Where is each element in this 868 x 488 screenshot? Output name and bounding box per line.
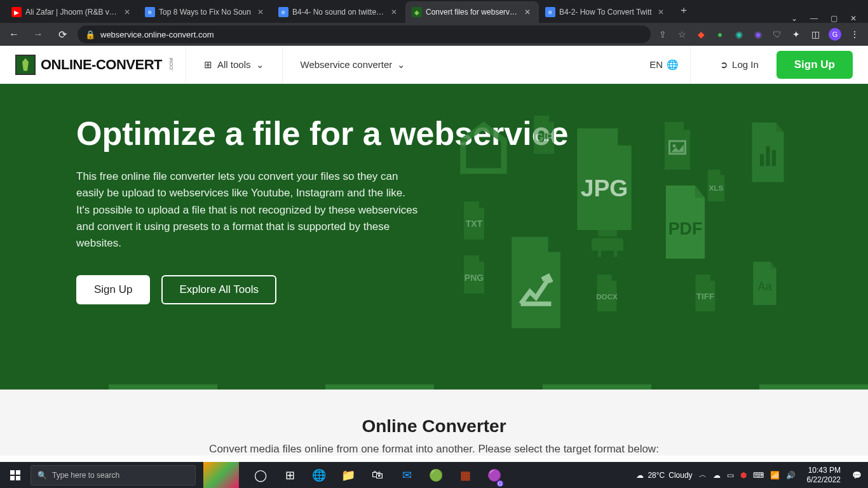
cortana-icon[interactable]: ◯: [247, 462, 275, 488]
ext-teal-icon[interactable]: ◉: [733, 29, 745, 40]
hero-icons: GIF JPG TXT XLS PDF: [436, 103, 817, 370]
profile-icon[interactable]: G: [829, 28, 841, 41]
svg-text:Aa: Aa: [757, 280, 772, 293]
tab-title: B4-4- No sound on twitter vi: [292, 8, 385, 17]
svg-text:JPG: JPG: [581, 175, 628, 201]
extensions-icon[interactable]: ✦: [790, 29, 802, 40]
color-divider: [0, 384, 868, 390]
lang-label: EN: [649, 59, 663, 70]
tab-title: Convert files for webservices: [426, 8, 519, 17]
shield-icon[interactable]: 🛡: [771, 29, 783, 40]
office-icon[interactable]: ▦: [451, 462, 479, 488]
tab-title: B4-2- How To Convert Twitt: [559, 8, 652, 17]
browser-titlebar: ▶ Ali Zafar | Jhoom (R&B versi ✕ ≡ Top 8…: [0, 0, 868, 23]
forward-button[interactable]: →: [29, 25, 47, 43]
sidepanel-icon[interactable]: ◫: [810, 29, 821, 40]
weather-widget[interactable]: ☁ 28°C Cloudy: [636, 471, 692, 480]
svg-rect-17: [16, 476, 20, 480]
reload-button[interactable]: ⟳: [53, 25, 71, 43]
docs-icon: ≡: [545, 7, 555, 17]
share-icon[interactable]: ⇪: [657, 29, 668, 40]
taskbar-search[interactable]: 🔍 Type here to search: [31, 465, 196, 485]
meet-icon[interactable]: ▭: [727, 471, 734, 480]
extension-icons: ⇪ ☆ ◆ ● ◉ ◉ 🛡 ✦ ◫ G ⋮: [657, 28, 863, 41]
ext-green-icon[interactable]: ●: [714, 29, 726, 40]
minimize-icon[interactable]: ―: [810, 14, 818, 23]
close-icon[interactable]: ✕: [656, 7, 666, 17]
ext-purple-icon[interactable]: ◉: [752, 29, 764, 40]
file-analytics-icon: [499, 236, 573, 329]
new-tab-button[interactable]: ＋: [675, 1, 693, 19]
close-window-icon[interactable]: ✕: [850, 14, 857, 23]
file-docx-icon: DOCX: [592, 274, 622, 311]
keyboard-icon[interactable]: ⌨: [753, 471, 764, 480]
tab-0[interactable]: ▶ Ali Zafar | Jhoom (R&B versi ✕: [5, 1, 139, 23]
svg-text:TIFF: TIFF: [696, 292, 715, 301]
clock[interactable]: 10:43 PM 6/22/2022: [802, 466, 846, 484]
svg-text:TXT: TXT: [466, 219, 483, 229]
close-icon[interactable]: ✕: [389, 7, 399, 17]
chevron-down-icon[interactable]: ⌄: [791, 14, 797, 23]
hero-signup-button[interactable]: Sign Up: [76, 275, 150, 304]
taskbar-widget-icon[interactable]: [203, 462, 239, 488]
maximize-icon[interactable]: ▢: [831, 14, 837, 23]
bookmark-icon[interactable]: ☆: [676, 29, 688, 40]
signup-button[interactable]: Sign Up: [776, 51, 853, 79]
file-font-icon: Aa: [747, 262, 782, 305]
online-convert-icon: ◆: [412, 7, 422, 17]
explorer-icon[interactable]: 📁: [334, 462, 362, 488]
chrome2-icon[interactable]: 🟣G: [480, 462, 508, 488]
tab-1[interactable]: ≡ Top 8 Ways to Fix No Soun ✕: [139, 1, 272, 23]
ext-red-icon[interactable]: ◆: [695, 29, 707, 40]
divider: [186, 46, 186, 84]
nav-webservice[interactable]: Webservice converter ⌄: [294, 59, 412, 71]
tab-3[interactable]: ◆ Convert files for webservices ✕: [405, 1, 539, 23]
omnibox[interactable]: 🔒 webservice.online-convert.com: [78, 25, 651, 43]
taskbar: 🔍 Type here to search ◯ ⊞ 🌐 📁 🛍 ✉ 🟢 ▦ 🟣G…: [0, 462, 868, 488]
notifications-icon[interactable]: 💬: [852, 471, 862, 480]
back-button[interactable]: ←: [5, 25, 23, 43]
security-icon[interactable]: ⬢: [740, 471, 747, 480]
mail-icon[interactable]: ✉: [393, 462, 421, 488]
tab-4[interactable]: ≡ B4-2- How To Convert Twitt ✕: [539, 1, 672, 23]
hero-explore-button[interactable]: Explore All Tools: [161, 275, 276, 304]
close-icon[interactable]: ✕: [255, 7, 266, 17]
login-icon: ➲: [720, 59, 728, 71]
chrome-icon[interactable]: 🟢: [422, 462, 450, 488]
section-body: Convert media files online from one form…: [0, 443, 868, 456]
svg-text:PNG: PNG: [465, 273, 484, 283]
start-button[interactable]: [0, 462, 31, 488]
site-logo[interactable]: ONLINE-CONVERT .COM: [15, 55, 174, 75]
lock-icon: 🔒: [85, 30, 95, 39]
store-icon[interactable]: 🛍: [363, 462, 391, 488]
login-link[interactable]: ➲ Log In: [720, 59, 759, 71]
svg-rect-16: [10, 476, 15, 480]
file-png-icon: PNG: [458, 255, 490, 294]
language-selector[interactable]: EN 🌐: [649, 59, 679, 71]
svg-text:PDF: PDF: [668, 219, 703, 238]
docs-icon: ≡: [278, 7, 288, 17]
chevron-up-icon[interactable]: ︿: [699, 470, 707, 480]
file-txt-icon: TXT: [458, 201, 490, 240]
volume-icon[interactable]: 🔊: [786, 471, 796, 480]
onedrive-icon[interactable]: ☁: [713, 471, 721, 480]
taskview-icon[interactable]: ⊞: [276, 462, 304, 488]
taskbar-pinned: ◯ ⊞ 🌐 📁 🛍 ✉ 🟢 ▦ 🟣G: [247, 462, 508, 488]
nav-all-tools[interactable]: ⊞ All tools ⌄: [198, 59, 271, 71]
file-chart-icon: [744, 122, 792, 182]
close-icon[interactable]: ✕: [122, 7, 132, 17]
grid-icon: ⊞: [204, 59, 212, 71]
hero-section: Optimize a file for a webservice This fr…: [0, 84, 868, 384]
address-bar: ← → ⟳ 🔒 webservice.online-convert.com ⇪ …: [0, 23, 868, 46]
svg-text:DOCX: DOCX: [596, 292, 618, 301]
logo-com: .COM: [168, 58, 174, 71]
edge-icon[interactable]: 🌐: [305, 462, 333, 488]
svg-point-3: [673, 144, 676, 147]
menu-icon[interactable]: ⋮: [849, 29, 860, 40]
section-heading: Online Converter: [0, 416, 868, 437]
wifi-icon[interactable]: 📶: [770, 471, 780, 480]
tab-2[interactable]: ≡ B4-4- No sound on twitter vi ✕: [272, 1, 405, 23]
close-icon[interactable]: ✕: [522, 7, 532, 17]
svg-rect-15: [16, 470, 20, 475]
site-header: ONLINE-CONVERT .COM ⊞ All tools ⌄ Webser…: [0, 46, 868, 84]
